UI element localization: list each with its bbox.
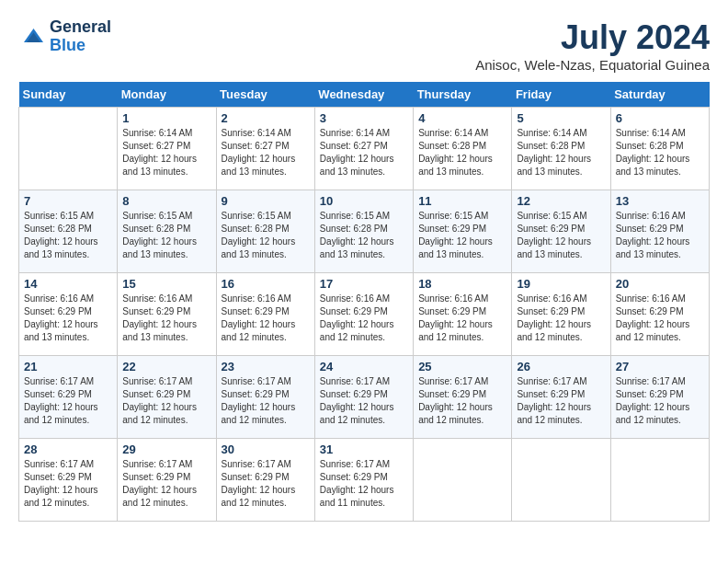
calendar-cell: 21Sunrise: 6:17 AM Sunset: 6:29 PM Dayli… xyxy=(19,356,118,439)
day-info: Sunrise: 6:14 AM Sunset: 6:27 PM Dayligh… xyxy=(320,127,408,178)
day-number: 19 xyxy=(517,277,605,291)
weekday-header: Sunday xyxy=(19,82,118,108)
day-info: Sunrise: 6:17 AM Sunset: 6:29 PM Dayligh… xyxy=(320,458,408,510)
day-number: 28 xyxy=(24,442,112,456)
logo-general: General xyxy=(50,17,111,36)
day-info: Sunrise: 6:16 AM Sunset: 6:29 PM Dayligh… xyxy=(418,293,506,344)
calendar-cell: 18Sunrise: 6:16 AM Sunset: 6:29 PM Dayli… xyxy=(414,273,512,356)
day-info: Sunrise: 6:17 AM Sunset: 6:29 PM Dayligh… xyxy=(517,375,605,427)
day-number: 20 xyxy=(616,277,704,291)
day-info: Sunrise: 6:16 AM Sunset: 6:29 PM Dayligh… xyxy=(122,293,210,344)
calendar-week-row: 28Sunrise: 6:17 AM Sunset: 6:29 PM Dayli… xyxy=(19,439,710,522)
day-info: Sunrise: 6:16 AM Sunset: 6:29 PM Dayligh… xyxy=(616,293,704,344)
day-number: 16 xyxy=(222,277,310,291)
day-info: Sunrise: 6:14 AM Sunset: 6:28 PM Dayligh… xyxy=(517,127,605,178)
day-info: Sunrise: 6:14 AM Sunset: 6:27 PM Dayligh… xyxy=(222,127,310,178)
day-number: 3 xyxy=(320,111,408,125)
weekday-header: Tuesday xyxy=(216,82,314,108)
day-number: 12 xyxy=(517,194,605,208)
day-number: 23 xyxy=(222,360,310,373)
day-info: Sunrise: 6:17 AM Sunset: 6:29 PM Dayligh… xyxy=(222,458,310,510)
logo-text: General Blue xyxy=(50,18,111,55)
calendar-cell: 11Sunrise: 6:15 AM Sunset: 6:29 PM Dayli… xyxy=(414,190,512,273)
day-info: Sunrise: 6:17 AM Sunset: 6:29 PM Dayligh… xyxy=(24,375,112,427)
title-section: July 2024 Anisoc, Wele-Nzas, Equatorial … xyxy=(475,18,710,73)
day-info: Sunrise: 6:15 AM Sunset: 6:28 PM Dayligh… xyxy=(122,210,210,261)
day-number: 13 xyxy=(616,194,704,208)
weekday-header: Friday xyxy=(512,82,610,108)
day-number: 22 xyxy=(122,360,210,373)
day-number: 29 xyxy=(122,442,210,456)
day-number: 24 xyxy=(320,360,408,373)
day-info: Sunrise: 6:17 AM Sunset: 6:29 PM Dayligh… xyxy=(418,375,506,427)
calendar-cell: 24Sunrise: 6:17 AM Sunset: 6:29 PM Dayli… xyxy=(314,356,413,439)
day-info: Sunrise: 6:17 AM Sunset: 6:29 PM Dayligh… xyxy=(122,375,210,427)
month-year-title: July 2024 xyxy=(475,18,710,57)
calendar-cell: 8Sunrise: 6:15 AM Sunset: 6:28 PM Daylig… xyxy=(118,190,216,273)
logo-icon xyxy=(18,23,46,51)
day-info: Sunrise: 6:16 AM Sunset: 6:29 PM Dayligh… xyxy=(222,293,310,344)
day-info: Sunrise: 6:16 AM Sunset: 6:29 PM Dayligh… xyxy=(320,293,408,344)
day-info: Sunrise: 6:15 AM Sunset: 6:28 PM Dayligh… xyxy=(320,210,408,261)
calendar-cell: 28Sunrise: 6:17 AM Sunset: 6:29 PM Dayli… xyxy=(19,439,118,522)
calendar-cell xyxy=(414,439,512,522)
calendar-cell: 19Sunrise: 6:16 AM Sunset: 6:29 PM Dayli… xyxy=(512,273,610,356)
calendar-cell: 10Sunrise: 6:15 AM Sunset: 6:28 PM Dayli… xyxy=(314,190,413,273)
day-info: Sunrise: 6:15 AM Sunset: 6:29 PM Dayligh… xyxy=(517,210,605,261)
page-header: General Blue July 2024 Anisoc, Wele-Nzas… xyxy=(18,18,710,73)
calendar-cell: 29Sunrise: 6:17 AM Sunset: 6:29 PM Dayli… xyxy=(118,439,216,522)
day-number: 30 xyxy=(222,442,310,456)
calendar-table: SundayMondayTuesdayWednesdayThursdayFrid… xyxy=(18,82,710,522)
calendar-cell: 14Sunrise: 6:16 AM Sunset: 6:29 PM Dayli… xyxy=(19,273,118,356)
day-info: Sunrise: 6:17 AM Sunset: 6:29 PM Dayligh… xyxy=(616,375,704,427)
day-number: 7 xyxy=(24,194,112,208)
weekday-header: Wednesday xyxy=(314,82,413,108)
calendar-cell: 23Sunrise: 6:17 AM Sunset: 6:29 PM Dayli… xyxy=(216,356,314,439)
calendar-cell: 13Sunrise: 6:16 AM Sunset: 6:29 PM Dayli… xyxy=(610,190,709,273)
day-info: Sunrise: 6:15 AM Sunset: 6:28 PM Dayligh… xyxy=(222,210,310,261)
day-number: 27 xyxy=(616,360,704,373)
calendar-cell: 16Sunrise: 6:16 AM Sunset: 6:29 PM Dayli… xyxy=(216,273,314,356)
day-number: 2 xyxy=(222,111,310,125)
day-number: 10 xyxy=(320,194,408,208)
day-number: 1 xyxy=(122,111,210,125)
calendar-week-row: 14Sunrise: 6:16 AM Sunset: 6:29 PM Dayli… xyxy=(19,273,710,356)
weekday-header-row: SundayMondayTuesdayWednesdayThursdayFrid… xyxy=(19,82,710,108)
day-info: Sunrise: 6:14 AM Sunset: 6:28 PM Dayligh… xyxy=(418,127,506,178)
calendar-cell: 1Sunrise: 6:14 AM Sunset: 6:27 PM Daylig… xyxy=(118,108,216,190)
logo-blue: Blue xyxy=(50,36,85,54)
calendar-cell: 7Sunrise: 6:15 AM Sunset: 6:28 PM Daylig… xyxy=(19,190,118,273)
day-info: Sunrise: 6:15 AM Sunset: 6:29 PM Dayligh… xyxy=(418,210,506,261)
calendar-cell: 6Sunrise: 6:14 AM Sunset: 6:28 PM Daylig… xyxy=(610,108,709,190)
day-info: Sunrise: 6:16 AM Sunset: 6:29 PM Dayligh… xyxy=(24,293,112,344)
calendar-cell: 20Sunrise: 6:16 AM Sunset: 6:29 PM Dayli… xyxy=(610,273,709,356)
day-info: Sunrise: 6:17 AM Sunset: 6:29 PM Dayligh… xyxy=(24,458,112,510)
day-number: 6 xyxy=(616,111,704,125)
day-info: Sunrise: 6:17 AM Sunset: 6:29 PM Dayligh… xyxy=(222,375,310,427)
day-number: 9 xyxy=(222,194,310,208)
calendar-week-row: 1Sunrise: 6:14 AM Sunset: 6:27 PM Daylig… xyxy=(19,108,710,190)
calendar-cell: 12Sunrise: 6:15 AM Sunset: 6:29 PM Dayli… xyxy=(512,190,610,273)
calendar-cell: 25Sunrise: 6:17 AM Sunset: 6:29 PM Dayli… xyxy=(414,356,512,439)
weekday-header: Thursday xyxy=(414,82,512,108)
calendar-cell: 9Sunrise: 6:15 AM Sunset: 6:28 PM Daylig… xyxy=(216,190,314,273)
day-number: 17 xyxy=(320,277,408,291)
day-info: Sunrise: 6:17 AM Sunset: 6:29 PM Dayligh… xyxy=(122,458,210,510)
day-number: 31 xyxy=(320,442,408,456)
calendar-cell: 3Sunrise: 6:14 AM Sunset: 6:27 PM Daylig… xyxy=(314,108,413,190)
calendar-cell xyxy=(19,108,118,190)
day-info: Sunrise: 6:14 AM Sunset: 6:28 PM Dayligh… xyxy=(616,127,704,178)
logo: General Blue xyxy=(18,18,111,55)
day-info: Sunrise: 6:17 AM Sunset: 6:29 PM Dayligh… xyxy=(320,375,408,427)
calendar-cell: 27Sunrise: 6:17 AM Sunset: 6:29 PM Dayli… xyxy=(610,356,709,439)
calendar-cell: 2Sunrise: 6:14 AM Sunset: 6:27 PM Daylig… xyxy=(216,108,314,190)
day-number: 21 xyxy=(24,360,112,373)
calendar-cell xyxy=(512,439,610,522)
calendar-cell: 22Sunrise: 6:17 AM Sunset: 6:29 PM Dayli… xyxy=(118,356,216,439)
calendar-cell: 4Sunrise: 6:14 AM Sunset: 6:28 PM Daylig… xyxy=(414,108,512,190)
day-number: 4 xyxy=(418,111,506,125)
day-number: 8 xyxy=(122,194,210,208)
calendar-cell xyxy=(610,439,709,522)
day-number: 5 xyxy=(517,111,605,125)
day-info: Sunrise: 6:16 AM Sunset: 6:29 PM Dayligh… xyxy=(616,210,704,261)
